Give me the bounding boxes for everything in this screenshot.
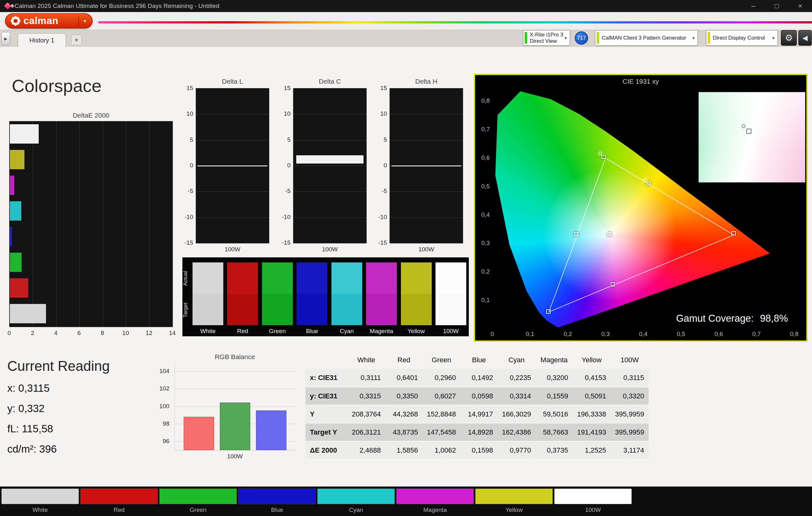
- table-cell: 0,2960: [423, 369, 461, 387]
- table-cell: 0,2235: [498, 369, 536, 387]
- table-cell: 59,5016: [535, 405, 573, 423]
- axis-tick-label: 0,1: [521, 331, 539, 338]
- divider: [78, 16, 79, 26]
- tab-label: History 1: [29, 37, 55, 44]
- display-control-dropdown[interactable]: Direct Display Control ▾: [706, 30, 778, 45]
- table-cell: 0,3200: [535, 369, 573, 387]
- axis-tick-label: -10: [177, 214, 193, 221]
- patch-swatch: [159, 488, 237, 504]
- axis-tick-label: -15: [371, 239, 387, 246]
- pattern-generator-dropdown-text: CalMAN Client 3 Pattern Generator: [599, 35, 692, 41]
- axis-tick-label: 0,1: [475, 297, 490, 304]
- swatch-comparison-panel: Actual Target WhiteRedGreenBlueCyanMagen…: [182, 257, 469, 336]
- table-cell: 0,5091: [573, 387, 611, 405]
- table-cell: 0,3111: [347, 369, 385, 387]
- measurement-point-green: [601, 155, 606, 159]
- measurement-point-white: [607, 232, 612, 237]
- pattern-generator-dropdown[interactable]: CalMAN Client 3 Pattern Generator ▾: [595, 30, 698, 45]
- gridline: [390, 217, 463, 218]
- chart-title: Delta H: [389, 78, 463, 85]
- table-cell: 208,3764: [347, 405, 385, 423]
- patch-label: Yellow: [475, 507, 553, 513]
- swatch-target: [227, 294, 258, 325]
- deltae-chart: [9, 121, 173, 327]
- swatch-green: [262, 263, 293, 325]
- swatch-actual: [262, 263, 293, 294]
- measurement-point-cyan: [574, 232, 579, 237]
- swatch-label: Green: [262, 328, 293, 335]
- swatch-blue: [296, 263, 327, 325]
- deltae-bar-magenta: [10, 176, 14, 195]
- swatch-actual: [366, 263, 397, 294]
- axis-tick-label: 0,6: [475, 154, 490, 161]
- add-tab-button[interactable]: +: [71, 35, 82, 45]
- table-cell: 0,3115: [611, 369, 649, 387]
- axis-tick-label: 0,5: [475, 183, 490, 190]
- x-axis-label: 100W: [389, 246, 463, 253]
- swatch-target: [193, 294, 223, 325]
- gridline: [79, 121, 80, 327]
- patch-swatch: [475, 488, 553, 504]
- plot-area: [196, 88, 269, 243]
- swatch-target: [262, 294, 293, 325]
- y-axis: 151050-5-10-15: [275, 88, 291, 243]
- gridline: [293, 166, 366, 166]
- meter-dropdown[interactable]: X-Rite i1Pro 3 Direct View ▾: [523, 30, 570, 45]
- close-button[interactable]: ×: [788, 0, 812, 12]
- pattern-patch-cyan[interactable]: Cyan: [317, 488, 395, 515]
- table-cell: 0,1559: [535, 387, 573, 405]
- swatch-actual: [435, 263, 466, 294]
- maximize-button[interactable]: □: [765, 0, 788, 12]
- rgb-bar-blue: [256, 411, 286, 450]
- swatch-cyan: [331, 263, 362, 325]
- axis-tick-label: 0: [275, 162, 291, 169]
- patch-swatch: [1, 488, 79, 504]
- display-control-status-accent: [708, 32, 710, 44]
- pattern-patch-red[interactable]: Red: [80, 488, 158, 515]
- collapse-panel-button[interactable]: ◀: [799, 30, 812, 45]
- pattern-patch-white[interactable]: White: [1, 488, 79, 515]
- reading-y: y: 0,332: [7, 402, 45, 415]
- table-cell: 58,7663: [535, 423, 573, 441]
- table-header-row: WhiteRedGreenBlueCyanMagentaYellow100W: [306, 351, 649, 369]
- settings-button[interactable]: ⚙: [781, 30, 797, 45]
- axis-tick-label: 6: [72, 330, 85, 337]
- axis-tick-label: 0,7: [748, 331, 765, 338]
- tab-history-1[interactable]: History 1: [18, 33, 66, 47]
- rgb-bar-green: [220, 402, 250, 450]
- axis-tick-label: 104: [152, 368, 169, 375]
- actual-row-label: Actual: [182, 263, 191, 294]
- page-title: Colorspace: [12, 75, 102, 96]
- table-cell: 0,3350: [385, 387, 423, 405]
- app-icon: [4, 3, 11, 10]
- rgb-balance-title: RGB Balance: [174, 353, 295, 361]
- patch-label: 100W: [554, 507, 632, 513]
- axis-tick-label: 0,8: [785, 331, 803, 338]
- pattern-patch-yellow[interactable]: Yellow: [475, 488, 553, 515]
- minimize-button[interactable]: –: [742, 0, 765, 12]
- logo-row: calman ▾: [0, 12, 812, 30]
- pattern-patch-magenta[interactable]: Magenta: [396, 488, 474, 515]
- window-title: Calman 2025 Calman Ultimate for Business…: [14, 3, 220, 9]
- axis-tick-label: 0,4: [475, 211, 490, 218]
- pattern-patch-green[interactable]: Green: [159, 488, 237, 515]
- table-cell: 0,1598: [461, 441, 498, 459]
- gridline: [196, 140, 269, 141]
- table-row: x: CIE310,31110,64010,29600,14920,22350,…: [306, 369, 649, 387]
- patch-label: Blue: [238, 507, 316, 513]
- patch-label: Red: [80, 507, 158, 513]
- axis-tick-label: -5: [275, 188, 291, 194]
- axis-tick-label: 0: [3, 330, 16, 337]
- column-header: [306, 351, 347, 369]
- inset-target-point: [742, 124, 745, 128]
- expand-panel-button[interactable]: ▸: [1, 32, 10, 45]
- y-axis: 151050-5-10-15: [177, 88, 193, 243]
- calman-menu-button[interactable]: calman ▾: [5, 13, 93, 29]
- axis-tick-label: 0: [177, 162, 193, 169]
- column-header: Red: [385, 351, 423, 369]
- pattern-patch-100w[interactable]: 100W: [554, 488, 632, 515]
- axis-tick-label: 0,3: [597, 331, 614, 338]
- table-cell: 147,5458: [423, 423, 461, 441]
- patch-label: Magenta: [396, 507, 474, 513]
- pattern-patch-blue[interactable]: Blue: [238, 488, 316, 515]
